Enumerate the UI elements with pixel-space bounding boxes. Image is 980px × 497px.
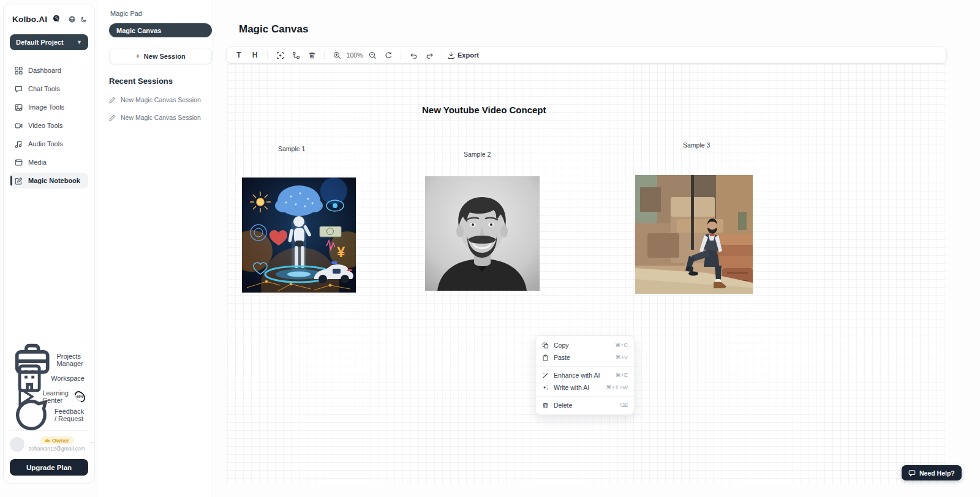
- magic-wand-icon: [542, 372, 549, 379]
- heading-tool-button[interactable]: H: [247, 49, 262, 61]
- zoom-level-display: 100%: [345, 51, 364, 59]
- need-help-button[interactable]: Need Help?: [902, 465, 962, 480]
- brain-head-icon: [51, 14, 60, 24]
- zoom-out-button[interactable]: [365, 49, 380, 61]
- notebook-edit-icon: [15, 177, 23, 185]
- project-selector[interactable]: Default Project ▼: [10, 34, 88, 50]
- context-menu-enhance-with-ai[interactable]: Enhance with AI ⌘+E: [536, 369, 634, 381]
- sidebar-item-dashboard[interactable]: Dashboard: [10, 62, 88, 78]
- trash-icon: [308, 51, 316, 59]
- sidebar-item-chat-tools[interactable]: Chat Tools: [10, 81, 88, 97]
- text-tool-button[interactable]: T: [232, 49, 246, 61]
- session-item[interactable]: New Magic Canvas Session: [109, 96, 206, 103]
- context-menu-write-with-ai[interactable]: Write with AI ⌘+⇧+W: [536, 381, 634, 394]
- logo-row: Kolbo.AI: [10, 12, 88, 24]
- rotate-reset-icon: [385, 51, 393, 59]
- context-menu-copy[interactable]: Copy ⌘+C: [536, 339, 634, 351]
- video-camera-icon: [15, 122, 23, 130]
- toolbar-separator: [267, 51, 268, 60]
- sidebar-item-media[interactable]: Media: [10, 154, 88, 170]
- sample-3-image[interactable]: [635, 175, 753, 294]
- main-sidebar: Kolbo.AI Default Project ▼ Dashboard Cha…: [3, 4, 95, 484]
- sidebar-item-label: Media: [28, 159, 47, 166]
- magic-canvas-board[interactable]: New Youtube Video Concept Sample 1 Sampl…: [227, 64, 946, 484]
- music-note-icon: [15, 140, 23, 148]
- crown-icon: [45, 438, 50, 443]
- image-icon: [15, 103, 23, 111]
- need-help-label: Need Help?: [919, 469, 955, 477]
- redo-button[interactable]: [422, 49, 437, 61]
- sidebar-item-audio-tools[interactable]: Audio Tools: [10, 136, 88, 152]
- sample-3-label[interactable]: Sample 3: [683, 141, 710, 149]
- context-menu-separator: [536, 396, 634, 397]
- sample-2-image[interactable]: [425, 176, 540, 291]
- sidebar-item-label: Workspace: [51, 375, 85, 382]
- sidebar-item-label: Video Tools: [28, 122, 62, 129]
- sidebar-item-label: Projects Manager: [56, 353, 85, 367]
- undo-button[interactable]: [406, 49, 421, 61]
- learning-progress-badge: 66%: [72, 389, 87, 405]
- board-title-text[interactable]: New Youtube Video Concept: [422, 105, 546, 115]
- new-session-button[interactable]: + New Session: [109, 48, 212, 64]
- primary-nav: Dashboard Chat Tools Image Tools Video T…: [10, 62, 88, 189]
- upgrade-plan-button[interactable]: Upgrade Plan: [10, 459, 88, 476]
- trash-icon: [542, 402, 549, 409]
- sample-1-image[interactable]: ¥: [242, 177, 356, 293]
- profile-box[interactable]: Owner zoharvan12@gmail.com ⌃: [10, 430, 88, 452]
- profile-meta: Owner zoharvan12@gmail.com: [29, 436, 85, 452]
- app-root: Kolbo.AI Default Project ▼ Dashboard Cha…: [0, 0, 980, 497]
- sidebar-item-image-tools[interactable]: Image Tools: [10, 99, 88, 115]
- project-selector-label: Default Project: [16, 39, 64, 46]
- sidebar-item-label: Magic Notebook: [28, 177, 80, 184]
- context-menu-delete[interactable]: Delete ⌫: [536, 399, 634, 411]
- redo-icon: [426, 51, 434, 59]
- sidebar-item-label: Dashboard: [28, 67, 61, 74]
- feedback-chat-icon: [13, 397, 49, 433]
- export-button[interactable]: Export: [447, 49, 479, 61]
- media-folder-icon: [15, 159, 23, 166]
- sidebar-item-video-tools[interactable]: Video Tools: [10, 118, 88, 133]
- chevron-down-icon: ▼: [77, 39, 82, 45]
- sparkle-pen-icon: [542, 384, 549, 391]
- sessions-panel: Magic Pad Magic Canvas + New Session Rec…: [98, 0, 213, 497]
- connector-tool-button[interactable]: [288, 49, 303, 61]
- sidebar-item-feedback-request[interactable]: Feedback / Request: [10, 406, 88, 424]
- plus-icon: +: [135, 51, 140, 61]
- delete-tool-button[interactable]: [304, 49, 319, 61]
- toolbar-separator: [442, 51, 442, 60]
- tab-magic-canvas[interactable]: Magic Canvas: [109, 23, 212, 37]
- context-menu-paste[interactable]: Paste ⌘+V: [536, 351, 634, 364]
- dashboard-grid-icon: [15, 67, 23, 75]
- help-chat-icon: [908, 469, 916, 477]
- pencil-icon: [109, 97, 116, 103]
- recent-sessions-heading: Recent Sessions: [109, 77, 206, 86]
- sample-1-label[interactable]: Sample 1: [278, 145, 305, 152]
- globe-icon[interactable]: [69, 15, 75, 23]
- toolbar-separator: [401, 51, 401, 60]
- pencil-icon: [109, 114, 116, 121]
- dark-mode-moon-icon[interactable]: [80, 15, 87, 23]
- context-menu: Copy ⌘+C Paste ⌘+V Enhance with AI ⌘+E W…: [535, 335, 635, 415]
- sidebar-item-magic-notebook[interactable]: Magic Notebook: [10, 173, 88, 189]
- context-menu-separator: [536, 366, 634, 367]
- paste-clipboard-icon: [542, 354, 549, 361]
- profile-caret-icon: ⌃: [89, 441, 94, 447]
- brand-logo: Kolbo.AI: [12, 15, 47, 24]
- avatar: [10, 437, 24, 452]
- sidebar-item-label: Chat Tools: [28, 85, 60, 92]
- sample-2-label[interactable]: Sample 2: [464, 151, 491, 158]
- owner-badge: Owner: [40, 436, 74, 444]
- sidebar-item-label: Feedback / Request: [55, 408, 85, 422]
- sidebar-item-label: Image Tools: [28, 103, 64, 111]
- undo-icon: [410, 51, 418, 59]
- sidebar-item-label: Audio Tools: [28, 140, 63, 148]
- sidebar-footer: Projects Manager Workspace Learning Cent…: [10, 351, 88, 476]
- zoom-in-button[interactable]: [330, 49, 344, 61]
- zoom-out-icon: [369, 51, 377, 59]
- node-branch-icon: [292, 51, 300, 59]
- reset-view-button[interactable]: [381, 49, 396, 61]
- ai-select-button[interactable]: [273, 49, 287, 61]
- session-item[interactable]: New Magic Canvas Session: [109, 114, 206, 121]
- tab-magic-pad[interactable]: Magic Pad: [109, 9, 206, 23]
- session-item-label: New Magic Canvas Session: [121, 96, 201, 103]
